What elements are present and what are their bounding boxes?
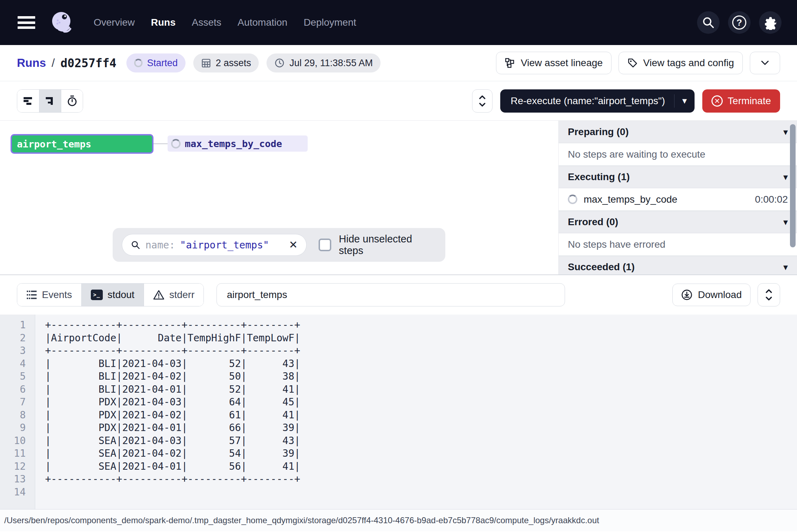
assets-badge[interactable]: 2 assets: [193, 53, 259, 72]
terminate-x-circle-icon: ✕: [711, 95, 723, 107]
terminal-icon: [91, 290, 103, 300]
reexecute-dropdown-button[interactable]: [674, 94, 695, 108]
log-step-selector[interactable]: airport_temps: [216, 283, 565, 306]
caret-down-icon: [682, 95, 687, 106]
more-actions-button[interactable]: [750, 52, 780, 74]
log-line: | BLI|2021-04-01| 52| 41|: [45, 383, 300, 396]
help-icon: [732, 15, 746, 30]
expand-log-button[interactable]: [758, 283, 780, 306]
status-badge: Started: [126, 53, 186, 72]
view-tags-config-label: View tags and config: [643, 57, 734, 69]
dagster-logo-icon[interactable]: [49, 9, 75, 36]
line-number: 6: [0, 383, 26, 396]
log-lines: +-----------+----------+---------+------…: [35, 315, 300, 509]
line-number: 8: [0, 409, 26, 422]
search-button[interactable]: [697, 11, 720, 34]
gantt-node-max-temps-by-code[interactable]: max_temps_by_code: [168, 135, 308, 152]
primary-nav: Overview Runs Assets Automation Deployme…: [94, 17, 356, 28]
run-steps-panel: Preparing (0) No steps are waiting to ex…: [558, 121, 797, 274]
gantt-edge: [153, 143, 168, 144]
download-label: Download: [698, 289, 742, 300]
log-file-path-bar: /Users/ben/repos/components_demo/spark-d…: [0, 509, 797, 531]
gantt-node-airport-temps[interactable]: airport_temps: [11, 134, 153, 154]
up-down-chevrons-icon: [765, 289, 773, 301]
tab-stderr[interactable]: stderr: [144, 284, 204, 306]
line-number: 13: [0, 473, 26, 486]
line-number: 3: [0, 344, 26, 357]
download-button[interactable]: Download: [672, 284, 751, 306]
panel-scrollbar[interactable]: [790, 124, 796, 247]
gear-icon: [763, 15, 778, 30]
breadcrumb-separator: /: [52, 56, 55, 70]
status-badge-label: Started: [147, 58, 178, 69]
assets-badge-label: 2 assets: [216, 58, 251, 69]
tab-stdout[interactable]: stdout: [81, 284, 144, 306]
nav-item-runs[interactable]: Runs: [151, 17, 176, 28]
nav-item-overview[interactable]: Overview: [94, 17, 135, 28]
spinner-icon: [134, 59, 143, 67]
settings-button[interactable]: [759, 11, 782, 34]
flat-bars-icon: [23, 96, 33, 106]
hide-unselected-checkbox[interactable]: [319, 239, 331, 251]
nav-item-assets[interactable]: Assets: [192, 17, 221, 28]
log-line: | BLI|2021-04-02| 50| 38|: [45, 370, 300, 383]
log-file-path: /Users/ben/repos/components_demo/spark-d…: [4, 515, 599, 525]
executing-step-row[interactable]: max_temps_by_code 0:00:02: [559, 188, 797, 211]
nav-item-automation[interactable]: Automation: [238, 17, 288, 28]
waterfall-icon: [45, 96, 56, 106]
triangle-down-icon: [783, 261, 788, 273]
logs-toolbar: Events stdout stderr airport_temps Downl…: [0, 275, 797, 315]
log-output[interactable]: 1234567891011121314 +-----------+-------…: [0, 315, 797, 509]
log-line: | PDX|2021-04-01| 66| 39|: [45, 422, 300, 435]
section-executing[interactable]: Executing (1): [559, 166, 797, 188]
executing-step-elapsed: 0:00:02: [755, 194, 788, 205]
gantt-view-toggle: [17, 89, 83, 113]
view-flat-button[interactable]: [17, 90, 39, 112]
gantt-canvas[interactable]: airport_temps max_temps_by_code name: "a…: [0, 121, 558, 274]
up-down-chevrons-icon: [478, 95, 486, 107]
log-line: | SEA|2021-04-03| 57| 43|: [45, 435, 300, 448]
nav-item-deployment[interactable]: Deployment: [303, 17, 356, 28]
clear-filter-icon[interactable]: ✕: [289, 240, 297, 250]
line-number: 7: [0, 396, 26, 409]
log-line: |AirportCode| Date|TempHighF|TempLowF|: [45, 332, 300, 345]
line-number: 9: [0, 422, 26, 435]
preparing-empty-text: No steps are waiting to execute: [568, 149, 705, 160]
warning-icon: [153, 290, 164, 300]
section-succeeded[interactable]: Succeeded (1): [559, 256, 797, 274]
search-icon: [131, 240, 140, 250]
view-waterfall-button[interactable]: [39, 90, 61, 112]
log-line: +-----------+----------+---------+------…: [45, 344, 300, 357]
line-number: 11: [0, 447, 26, 460]
menu-icon[interactable]: [18, 16, 35, 29]
log-line: | PDX|2021-04-03| 64| 45|: [45, 396, 300, 409]
log-line: | BLI|2021-04-03| 52| 43|: [45, 357, 300, 370]
tab-stderr-label: stderr: [169, 289, 195, 300]
line-number: 14: [0, 486, 26, 499]
preparing-empty-row: No steps are waiting to execute: [559, 143, 797, 166]
breadcrumb-runs-link[interactable]: Runs: [17, 56, 46, 70]
assets-grid-icon: [201, 58, 211, 68]
tab-stdout-label: stdout: [108, 289, 134, 300]
reexecute-button[interactable]: Re-execute (name:"airport_temps"): [500, 95, 674, 107]
terminate-button[interactable]: ✕ Terminate: [702, 89, 780, 113]
view-asset-lineage-button[interactable]: View asset lineage: [496, 52, 611, 74]
help-button[interactable]: [728, 11, 751, 34]
tab-events[interactable]: Events: [17, 284, 81, 306]
reexecute-split-button: Re-execute (name:"airport_temps"): [500, 89, 695, 113]
triangle-down-icon: [783, 126, 788, 138]
view-timing-button[interactable]: [61, 90, 83, 112]
section-errored-title: Errored (0): [568, 216, 618, 228]
start-time-badge: Jul 29, 11:38:55 AM: [266, 53, 381, 72]
filter-value: "airport_temps": [180, 239, 269, 251]
section-errored[interactable]: Errored (0): [559, 211, 797, 233]
step-filter-input[interactable]: name: "airport_temps" ✕: [122, 234, 307, 256]
zoom-controls-button[interactable]: [472, 89, 492, 113]
start-time-label: Jul 29, 11:38:55 AM: [289, 58, 373, 69]
view-tags-config-button[interactable]: View tags and config: [619, 52, 743, 74]
log-line: +-----------+----------+---------+------…: [45, 473, 300, 486]
line-number: 1: [0, 319, 26, 332]
top-nav: Overview Runs Assets Automation Deployme…: [0, 0, 797, 45]
section-preparing[interactable]: Preparing (0): [559, 121, 797, 143]
tab-events-label: Events: [42, 289, 72, 300]
